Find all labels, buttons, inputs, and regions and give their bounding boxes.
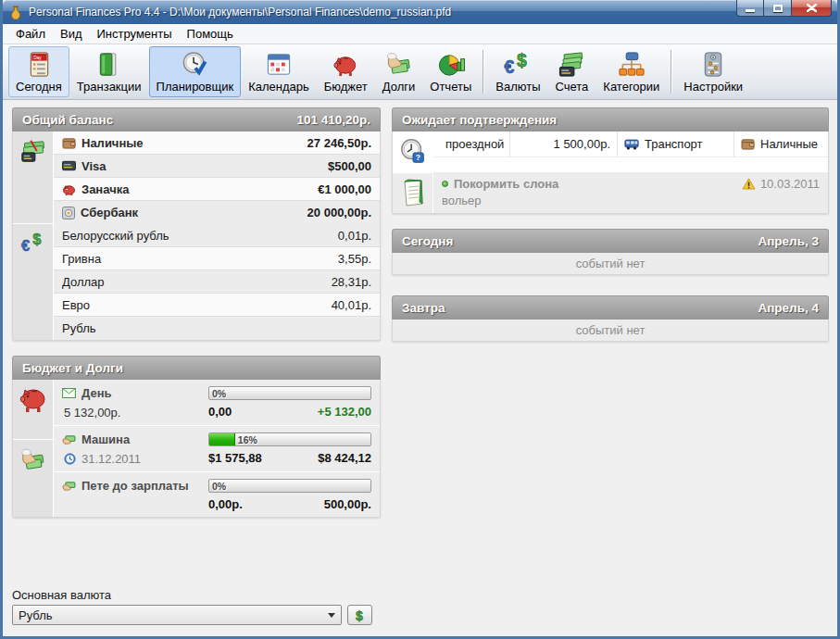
- dollar-icon: $: [353, 608, 367, 622]
- svg-text:€: €: [505, 56, 515, 77]
- progress-fill: [209, 433, 235, 445]
- account-row[interactable]: Заначка €1 000,00: [54, 178, 380, 201]
- balance-icon-column: €$: [13, 132, 54, 340]
- debt-name: Пете до зарплаты: [81, 479, 189, 493]
- toolbar-reports-button[interactable]: Отчеты: [422, 46, 479, 97]
- menu-tools[interactable]: Инструменты: [90, 25, 180, 43]
- app-window: Personal Finances Pro 4.4 - D:\Мои докум…: [0, 0, 840, 639]
- currency-rate: 28,31р.: [332, 275, 371, 289]
- budget-panel-title: Бюджет и Долги: [22, 361, 123, 375]
- toolbar-currencies-label: Валюты: [495, 80, 540, 94]
- today-panel: Сегодня Апрель, 3 событий нет: [392, 229, 829, 275]
- account-name: Заначка: [81, 182, 129, 196]
- balance-panel-title: Общий баланс: [22, 113, 113, 127]
- account-row[interactable]: Сбербанк 20 000,00р.: [54, 201, 380, 224]
- base-currency-value: Рубль: [19, 608, 328, 622]
- toolbar-settings-button[interactable]: Настройки: [676, 46, 750, 97]
- minimize-button[interactable]: [736, 0, 764, 17]
- debt-row[interactable]: Пете до зарплаты 0% 0,00р.: [54, 472, 380, 517]
- menu-help[interactable]: Помощь: [180, 25, 241, 43]
- task-note: вольер: [442, 194, 820, 207]
- progress-label: 0%: [212, 388, 226, 399]
- balance-panel: Общий баланс 101 410,20р. €$: [12, 107, 381, 341]
- debt-hand-icon: [62, 434, 76, 445]
- budget-rows: День 5 132,00р. 0% 0,00: [54, 380, 380, 517]
- close-button[interactable]: [792, 0, 832, 17]
- toolbar-settings-label: Настройки: [683, 80, 743, 94]
- debt-row[interactable]: Машина 31.12.2011 16% $1 575,8: [54, 426, 380, 472]
- balance-panel-header: Общий баланс 101 410,20р.: [12, 107, 381, 132]
- budget-remaining: +5 132,00: [318, 405, 371, 419]
- toolbar-calendar-button[interactable]: Календарь: [241, 46, 317, 97]
- toolbar-planner-button[interactable]: Планировщик: [149, 46, 242, 97]
- currency-rate: 3,55р.: [338, 252, 371, 266]
- svg-text:€: €: [20, 237, 29, 255]
- wallet-icon: [62, 137, 76, 149]
- warning-icon: [742, 178, 756, 190]
- debt-name: Машина: [81, 432, 130, 446]
- svg-text:$: $: [32, 231, 41, 248]
- accounts-group-cell: [13, 132, 53, 224]
- window-title: Personal Finances Pro 4.4 - D:\Мои докум…: [29, 6, 451, 19]
- toolbar-planner-label: Планировщик: [157, 80, 234, 94]
- task-name: Покормить слона: [454, 177, 558, 191]
- svg-text:Day: Day: [33, 56, 42, 60]
- currency-row[interactable]: Евро 40,01р.: [54, 294, 380, 317]
- currency-name: Доллар: [62, 275, 105, 289]
- pending-task-row[interactable]: Покормить слона 10.03.2011 вольер: [433, 171, 828, 213]
- currency-row[interactable]: Рубль: [54, 317, 380, 340]
- pending-transaction-comment: [433, 157, 828, 171]
- categories-icon: [617, 50, 646, 79]
- tomorrow-panel-header: Завтра Апрель, 4: [392, 295, 829, 320]
- today-empty-message: событий нет: [393, 253, 828, 274]
- account-row[interactable]: Наличные 27 246,50р.: [54, 132, 380, 155]
- account-row[interactable]: Visa $500,00: [54, 155, 380, 178]
- budget-progress-bar: 0%: [208, 386, 371, 400]
- currency-name: Евро: [62, 298, 90, 312]
- today-panel-body: событий нет: [392, 253, 829, 275]
- debts-group-cell: [13, 440, 53, 517]
- toolbar-currencies-button[interactable]: €$ Валюты: [488, 46, 547, 97]
- svg-text:$: $: [356, 608, 363, 623]
- toolbar-calendar-label: Календарь: [248, 80, 309, 94]
- balance-total: 101 410,20р.: [296, 113, 370, 127]
- currency-rate: 0,01р.: [338, 229, 371, 243]
- currency-row[interactable]: Белорусский рубль 0,01р.: [54, 224, 380, 247]
- toolbar-accounts-label: Счета: [555, 80, 588, 94]
- envelope-icon: [62, 388, 76, 398]
- currencies-group-cell: €$: [13, 224, 53, 340]
- currency-name: Рубль: [62, 321, 96, 335]
- toolbar-categories-label: Категории: [603, 80, 659, 94]
- budget-icon: [331, 50, 360, 79]
- currencies-icon: €$: [503, 50, 533, 79]
- currency-rate: 40,01р.: [332, 298, 371, 312]
- progress-label: 0%: [212, 481, 226, 492]
- maximize-button[interactable]: [764, 0, 792, 17]
- svg-text:?: ?: [415, 153, 420, 162]
- pending-transaction-row[interactable]: проездной 1 500,00р. Транспорт Наличные: [433, 132, 828, 157]
- toolbar-transactions-button[interactable]: Транзакции: [69, 46, 149, 97]
- toolbar-debts-button[interactable]: Долги: [375, 46, 422, 97]
- toolbar-categories-button[interactable]: Категории: [596, 46, 667, 97]
- toolbar-separator: [483, 50, 484, 94]
- close-icon: [807, 4, 817, 12]
- debt-paid: 0,00р.: [208, 497, 243, 511]
- currency-row[interactable]: Гривна 3,55р.: [54, 247, 380, 270]
- menu-bar: Файл Вид Инструменты Помощь: [3, 24, 837, 44]
- menu-file[interactable]: Файл: [8, 25, 53, 43]
- currency-rates-button[interactable]: $: [347, 605, 372, 625]
- base-currency-select[interactable]: Рубль: [12, 605, 342, 625]
- budget-panel-header: Бюджет и Долги: [12, 356, 381, 380]
- pending-panel-title: Ожидает подтверждения: [402, 113, 557, 127]
- currency-row[interactable]: Доллар 28,31р.: [54, 270, 380, 294]
- hand-money-icon: [19, 445, 48, 473]
- menu-view[interactable]: Вид: [53, 25, 90, 43]
- toolbar-budget-button[interactable]: Бюджет: [317, 46, 375, 97]
- toolbar-accounts-button[interactable]: Счета: [547, 46, 596, 97]
- credit-card-icon: [62, 160, 76, 171]
- account-value: €1 000,00: [318, 182, 371, 196]
- budget-row[interactable]: День 5 132,00р. 0% 0,00: [54, 380, 380, 426]
- today-icon: Day: [24, 50, 54, 79]
- budget-group-cell: [13, 380, 53, 440]
- toolbar-today-button[interactable]: Day Сегодня: [8, 46, 69, 97]
